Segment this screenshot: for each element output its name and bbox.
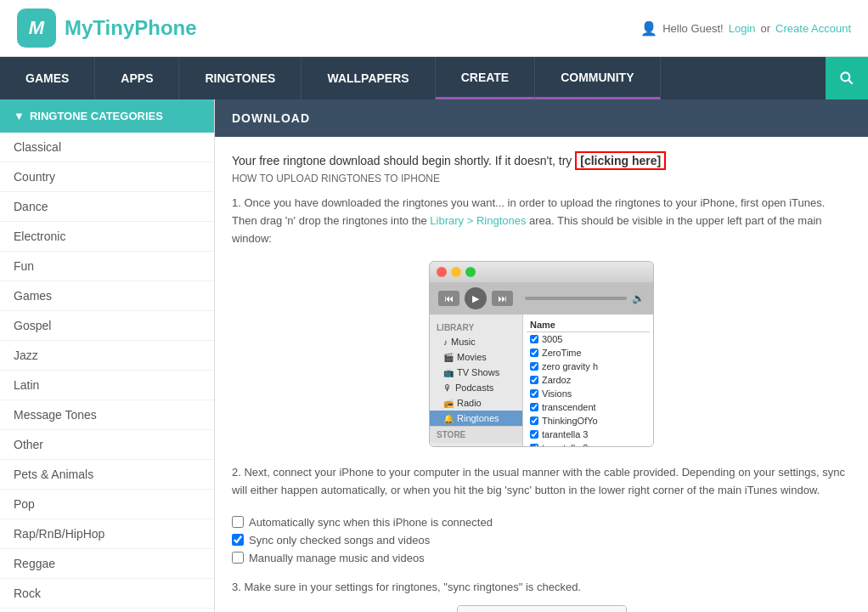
track-col-header: Name <box>527 318 650 332</box>
content-header: DOWNLOAD <box>215 99 868 137</box>
list-item: Classical <box>0 133 214 162</box>
minimize-button <box>451 267 461 277</box>
logo-icon: M <box>17 8 56 48</box>
nav-create[interactable]: CREATE <box>436 57 536 99</box>
sidebar-item-other[interactable]: Other <box>0 430 214 459</box>
sync-checked-label: Sync only checked songs and videos <box>249 534 430 547</box>
library-section-label: LIBRARY <box>430 320 522 334</box>
list-item: Jazz <box>0 341 214 371</box>
step2-text: 2. Next, connect your iPhone to your com… <box>232 464 851 500</box>
lib-movies[interactable]: 🎬Movies <box>430 349 522 365</box>
itunes-track-list: Name 3005 ZeroTime zero gravity h Zardoz… <box>523 314 653 446</box>
list-item: Rock <box>0 579 214 609</box>
sidebar-item-rap[interactable]: Rap/RnB/HipHop <box>0 519 214 548</box>
itunes-tabs-mock: Summary Info Ringtones <box>457 605 627 612</box>
main-nav: GAMES APPS RINGTONES WALLPAPERS CREATE C… <box>0 57 868 99</box>
volume-icon: 🔊 <box>632 292 645 304</box>
lib-tvshows[interactable]: 📺TV Shows <box>430 365 522 380</box>
list-item: Reggae <box>0 549 214 579</box>
list-item: Fun <box>0 252 214 281</box>
track-row: transcendent <box>527 400 650 414</box>
download-heading: DOWNLOAD <box>232 111 310 125</box>
track-row: tarantella 2 <box>527 441 650 447</box>
rewind-button[interactable]: ⏮ <box>438 291 459 306</box>
list-item: Country <box>0 162 214 192</box>
sidebar-item-dance[interactable]: Dance <box>0 192 214 221</box>
itunes-library-sidebar: LIBRARY ♪Music 🎬Movies 📺TV Shows 🎙Podcas… <box>430 314 523 446</box>
list-item: Dance <box>0 192 214 222</box>
lib-radio[interactable]: 📻Radio <box>430 395 522 411</box>
list-item: Other <box>0 430 214 460</box>
main-layout: ▼ RINGTONE CATEGORIES Classical Country … <box>0 99 868 612</box>
nav-community[interactable]: COMMUNITY <box>535 57 660 99</box>
manual-manage-label: Manually manage music and videos <box>249 552 425 564</box>
store-label: STORE <box>430 426 522 443</box>
forward-button[interactable]: ⏭ <box>492 291 513 306</box>
maximize-button <box>465 267 476 277</box>
sidebar-item-pop[interactable]: Pop <box>0 490 214 518</box>
sync-checked-checkbox[interactable] <box>232 534 244 546</box>
auto-sync-label: Automatically sync when this iPhone is c… <box>249 516 493 529</box>
checkbox-row-1: Automatically sync when this iPhone is c… <box>232 513 851 531</box>
track-row: ZeroTime <box>527 346 650 360</box>
logo-text: MyTinyPhone <box>65 16 197 40</box>
track-row: zero gravity h <box>527 360 650 373</box>
site-header: M MyTinyPhone 👤 Hello Guest! Login or Cr… <box>0 0 868 57</box>
itunes-controls: ⏮ ▶ ⏭ 🔊 <box>430 282 653 314</box>
list-item: Sound Effects <box>0 609 214 612</box>
library-ringtones-link[interactable]: Library > Ringtones <box>430 214 526 227</box>
nav-wallpapers[interactable]: WALLPAPERS <box>302 57 435 99</box>
create-account-link[interactable]: Create Account <box>775 22 851 35</box>
clicking-here-link[interactable]: [clicking here] <box>575 151 666 170</box>
lib-ringtones[interactable]: 🔔Ringtones <box>430 411 522 426</box>
itunes-titlebar <box>430 262 653 282</box>
sidebar-item-classical[interactable]: Classical <box>0 133 214 162</box>
list-item: Electronic <box>0 222 214 252</box>
auto-sync-checkbox[interactable] <box>232 516 244 528</box>
sidebar-header-label: RINGTONE CATEGORIES <box>30 110 163 122</box>
search-button[interactable] <box>826 57 868 99</box>
sidebar-item-rock[interactable]: Rock <box>0 579 214 608</box>
content-body: Your free ringtone download should begin… <box>215 137 868 612</box>
upload-heading: HOW TO UPLOAD RINGTONES TO IPHONE <box>232 173 851 184</box>
nav-games[interactable]: GAMES <box>0 57 95 99</box>
login-link[interactable]: Login <box>729 22 756 35</box>
step3-text: 3. Make sure in your settings for ringto… <box>232 579 851 597</box>
nav-apps[interactable]: APPS <box>95 57 179 99</box>
sidebar-item-message-tones[interactable]: Message Tones <box>0 400 214 429</box>
sidebar-item-latin[interactable]: Latin <box>0 371 214 400</box>
checkbox-row-3: Manually manage music and videos <box>232 549 851 567</box>
nav-ringtones[interactable]: RINGTONES <box>179 57 302 99</box>
sidebar-item-sound-effects[interactable]: Sound Effects <box>0 609 214 612</box>
itunes-body: LIBRARY ♪Music 🎬Movies 📺TV Shows 🎙Podcas… <box>430 314 653 446</box>
itunes-screenshot: ⏮ ▶ ⏭ 🔊 LIBRARY ♪Music 🎬Movies 📺TV Shows… <box>429 261 654 447</box>
download-message: Your free ringtone download should begin… <box>232 154 851 167</box>
sidebar-item-games[interactable]: Games <box>0 281 214 310</box>
sidebar-item-gospel[interactable]: Gospel <box>0 311 214 340</box>
close-button <box>437 267 447 277</box>
sidebar-item-fun[interactable]: Fun <box>0 252 214 280</box>
list-item: Gospel <box>0 311 214 341</box>
manual-manage-checkbox[interactable] <box>232 552 244 564</box>
sidebar-item-reggae[interactable]: Reggae <box>0 549 214 578</box>
sidebar-item-pets-animals[interactable]: Pets & Animals <box>0 460 214 489</box>
lib-music[interactable]: ♪Music <box>430 334 522 349</box>
list-item: Pop <box>0 490 214 519</box>
checkbox-section: Automatically sync when this iPhone is c… <box>232 513 851 567</box>
svg-line-1 <box>848 80 853 84</box>
sidebar-item-electronic[interactable]: Electronic <box>0 222 214 251</box>
or-text: or <box>761 22 771 35</box>
lib-podcasts[interactable]: 🎙Podcasts <box>430 380 522 395</box>
sidebar: ▼ RINGTONE CATEGORIES Classical Country … <box>0 99 215 612</box>
sidebar-item-jazz[interactable]: Jazz <box>0 341 214 370</box>
category-list: Classical Country Dance Electronic Fun G… <box>0 133 214 612</box>
list-item: Pets & Animals <box>0 460 214 490</box>
sidebar-item-country[interactable]: Country <box>0 162 214 191</box>
list-item: Rap/RnB/HipHop <box>0 519 214 549</box>
play-button[interactable]: ▶ <box>465 287 487 309</box>
content-area: DOWNLOAD Your free ringtone download sho… <box>215 99 868 612</box>
search-icon <box>838 70 855 87</box>
list-item: Games <box>0 281 214 311</box>
greeting-text: Hello Guest! <box>662 22 724 35</box>
logo-area: M MyTinyPhone <box>17 8 197 48</box>
